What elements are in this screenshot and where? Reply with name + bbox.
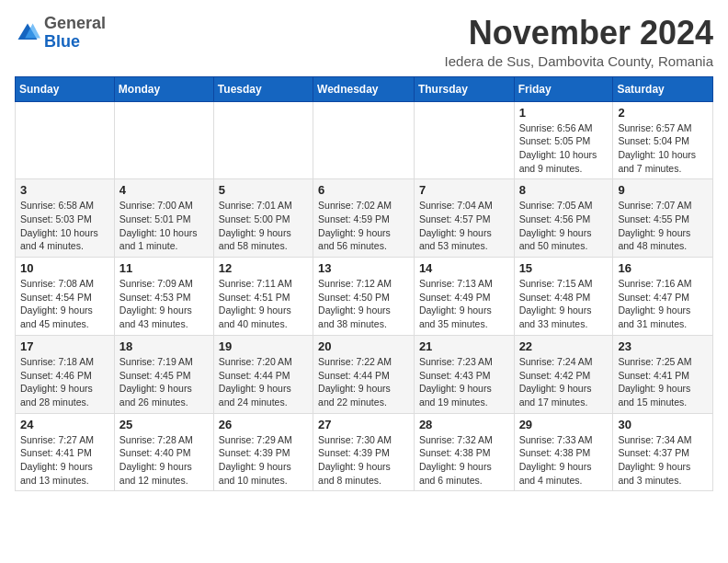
day-info: Sunrise: 6:56 AM Sunset: 5:05 PM Dayligh… — [519, 121, 609, 176]
day-number: 10 — [20, 261, 109, 275]
calendar-cell: 10Sunrise: 7:08 AM Sunset: 4:54 PM Dayli… — [16, 258, 115, 336]
day-number: 29 — [519, 418, 609, 431]
title-block: November 2024 Iedera de Sus, Dambovita C… — [445, 15, 713, 69]
day-number: 7 — [419, 183, 509, 197]
day-number: 30 — [618, 418, 708, 431]
day-number: 28 — [419, 418, 509, 431]
weekday-header-wednesday: Wednesday — [313, 76, 415, 101]
day-info: Sunrise: 6:58 AM Sunset: 5:03 PM Dayligh… — [20, 199, 109, 253]
calendar-week-row: 17Sunrise: 7:18 AM Sunset: 4:46 PM Dayli… — [16, 335, 713, 413]
day-info: Sunrise: 7:27 AM Sunset: 4:41 PM Dayligh… — [20, 433, 109, 488]
calendar-cell: 11Sunrise: 7:09 AM Sunset: 4:53 PM Dayli… — [114, 258, 213, 336]
day-number: 6 — [318, 183, 409, 197]
calendar-cell: 9Sunrise: 7:07 AM Sunset: 4:55 PM Daylig… — [613, 179, 713, 258]
day-info: Sunrise: 7:33 AM Sunset: 4:38 PM Dayligh… — [519, 433, 609, 488]
calendar-cell: 28Sunrise: 7:32 AM Sunset: 4:38 PM Dayli… — [414, 413, 514, 491]
calendar-week-row: 3Sunrise: 6:58 AM Sunset: 5:03 PM Daylig… — [16, 179, 713, 258]
calendar-cell: 14Sunrise: 7:13 AM Sunset: 4:49 PM Dayli… — [414, 258, 514, 336]
calendar-week-row: 1Sunrise: 6:56 AM Sunset: 5:05 PM Daylig… — [16, 101, 713, 179]
calendar-cell: 27Sunrise: 7:30 AM Sunset: 4:39 PM Dayli… — [313, 413, 415, 491]
day-info: Sunrise: 7:19 AM Sunset: 4:45 PM Dayligh… — [119, 355, 209, 409]
day-number: 8 — [519, 183, 609, 197]
calendar-cell: 5Sunrise: 7:01 AM Sunset: 5:00 PM Daylig… — [213, 179, 313, 258]
day-number: 12 — [219, 261, 308, 275]
weekday-header-friday: Friday — [514, 76, 613, 101]
day-info: Sunrise: 7:11 AM Sunset: 4:51 PM Dayligh… — [219, 277, 308, 331]
logo: General Blue — [15, 15, 106, 52]
day-number: 27 — [318, 418, 409, 431]
day-info: Sunrise: 7:32 AM Sunset: 4:38 PM Dayligh… — [419, 433, 509, 488]
day-number: 4 — [119, 183, 209, 197]
day-info: Sunrise: 7:00 AM Sunset: 5:01 PM Dayligh… — [119, 199, 209, 253]
calendar-cell: 8Sunrise: 7:05 AM Sunset: 4:56 PM Daylig… — [514, 179, 613, 258]
day-info: Sunrise: 7:24 AM Sunset: 4:42 PM Dayligh… — [519, 355, 609, 409]
logo-text: General Blue — [44, 15, 106, 52]
weekday-header-tuesday: Tuesday — [213, 76, 313, 101]
day-info: Sunrise: 7:15 AM Sunset: 4:48 PM Dayligh… — [519, 277, 609, 331]
location-subtitle: Iedera de Sus, Dambovita County, Romania — [445, 53, 713, 69]
day-info: Sunrise: 7:20 AM Sunset: 4:44 PM Dayligh… — [219, 355, 308, 409]
calendar-cell: 29Sunrise: 7:33 AM Sunset: 4:38 PM Dayli… — [514, 413, 613, 491]
day-number: 5 — [219, 183, 308, 197]
day-info: Sunrise: 7:30 AM Sunset: 4:39 PM Dayligh… — [318, 433, 409, 488]
weekday-header-row: SundayMondayTuesdayWednesdayThursdayFrid… — [16, 76, 713, 101]
day-info: Sunrise: 7:28 AM Sunset: 4:40 PM Dayligh… — [119, 433, 209, 488]
calendar-cell: 16Sunrise: 7:16 AM Sunset: 4:47 PM Dayli… — [613, 258, 713, 336]
calendar-cell: 4Sunrise: 7:00 AM Sunset: 5:01 PM Daylig… — [114, 179, 213, 258]
day-number: 16 — [618, 261, 708, 275]
day-number: 17 — [20, 339, 109, 353]
calendar-cell: 15Sunrise: 7:15 AM Sunset: 4:48 PM Dayli… — [514, 258, 613, 336]
day-info: Sunrise: 7:16 AM Sunset: 4:47 PM Dayligh… — [618, 277, 708, 331]
calendar-table: SundayMondayTuesdayWednesdayThursdayFrid… — [15, 76, 713, 492]
day-info: Sunrise: 7:23 AM Sunset: 4:43 PM Dayligh… — [419, 355, 509, 409]
day-info: Sunrise: 7:04 AM Sunset: 4:57 PM Dayligh… — [419, 199, 509, 253]
calendar-week-row: 10Sunrise: 7:08 AM Sunset: 4:54 PM Dayli… — [16, 258, 713, 336]
day-number: 23 — [618, 339, 708, 353]
day-number: 26 — [219, 418, 308, 431]
day-number: 3 — [20, 183, 109, 197]
calendar-cell: 6Sunrise: 7:02 AM Sunset: 4:59 PM Daylig… — [313, 179, 415, 258]
calendar-cell: 17Sunrise: 7:18 AM Sunset: 4:46 PM Dayli… — [16, 335, 115, 413]
day-info: Sunrise: 7:07 AM Sunset: 4:55 PM Dayligh… — [618, 199, 708, 253]
calendar-cell — [16, 101, 115, 179]
calendar-cell: 21Sunrise: 7:23 AM Sunset: 4:43 PM Dayli… — [414, 335, 514, 413]
day-number: 22 — [519, 339, 609, 353]
day-number: 18 — [119, 339, 209, 353]
calendar-cell: 2Sunrise: 6:57 AM Sunset: 5:04 PM Daylig… — [613, 101, 713, 179]
calendar-cell: 12Sunrise: 7:11 AM Sunset: 4:51 PM Dayli… — [213, 258, 313, 336]
calendar-cell: 25Sunrise: 7:28 AM Sunset: 4:40 PM Dayli… — [114, 413, 213, 491]
day-number: 21 — [419, 339, 509, 353]
day-info: Sunrise: 7:22 AM Sunset: 4:44 PM Dayligh… — [318, 355, 409, 409]
day-number: 25 — [119, 418, 209, 431]
day-number: 14 — [419, 261, 509, 275]
day-info: Sunrise: 7:34 AM Sunset: 4:37 PM Dayligh… — [618, 433, 708, 488]
page-header: General Blue November 2024 Iedera de Sus… — [15, 15, 713, 69]
day-number: 9 — [618, 183, 708, 197]
calendar-cell: 1Sunrise: 6:56 AM Sunset: 5:05 PM Daylig… — [514, 101, 613, 179]
day-info: Sunrise: 7:13 AM Sunset: 4:49 PM Dayligh… — [419, 277, 509, 331]
calendar-cell: 7Sunrise: 7:04 AM Sunset: 4:57 PM Daylig… — [414, 179, 514, 258]
calendar-cell: 18Sunrise: 7:19 AM Sunset: 4:45 PM Dayli… — [114, 335, 213, 413]
day-number: 13 — [318, 261, 409, 275]
calendar-cell: 24Sunrise: 7:27 AM Sunset: 4:41 PM Dayli… — [16, 413, 115, 491]
weekday-header-monday: Monday — [114, 76, 213, 101]
day-info: Sunrise: 7:25 AM Sunset: 4:41 PM Dayligh… — [618, 355, 708, 409]
calendar-cell — [313, 101, 415, 179]
calendar-cell — [114, 101, 213, 179]
calendar-cell — [213, 101, 313, 179]
weekday-header-sunday: Sunday — [16, 76, 115, 101]
day-number: 1 — [519, 106, 609, 120]
day-info: Sunrise: 7:09 AM Sunset: 4:53 PM Dayligh… — [119, 277, 209, 331]
day-info: Sunrise: 7:18 AM Sunset: 4:46 PM Dayligh… — [20, 355, 109, 409]
calendar-cell: 20Sunrise: 7:22 AM Sunset: 4:44 PM Dayli… — [313, 335, 415, 413]
calendar-cell: 22Sunrise: 7:24 AM Sunset: 4:42 PM Dayli… — [514, 335, 613, 413]
day-info: Sunrise: 6:57 AM Sunset: 5:04 PM Dayligh… — [618, 121, 708, 176]
calendar-cell: 30Sunrise: 7:34 AM Sunset: 4:37 PM Dayli… — [613, 413, 713, 491]
month-title: November 2024 — [445, 15, 713, 52]
day-info: Sunrise: 7:01 AM Sunset: 5:00 PM Dayligh… — [219, 199, 308, 253]
day-number: 19 — [219, 339, 308, 353]
weekday-header-saturday: Saturday — [613, 76, 713, 101]
day-number: 11 — [119, 261, 209, 275]
weekday-header-thursday: Thursday — [414, 76, 514, 101]
day-info: Sunrise: 7:02 AM Sunset: 4:59 PM Dayligh… — [318, 199, 409, 253]
